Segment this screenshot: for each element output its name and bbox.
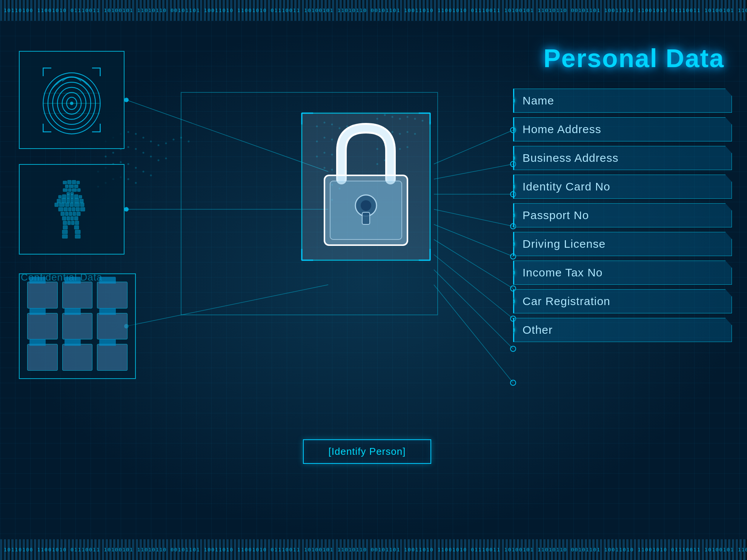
personal-data-list: Name Home Address Business Address Ident… <box>513 89 732 342</box>
svg-rect-118 <box>77 181 80 184</box>
svg-rect-133 <box>79 195 82 198</box>
svg-rect-170 <box>75 235 80 238</box>
svg-rect-115 <box>63 181 67 184</box>
fingerprint-icon <box>34 58 109 141</box>
svg-rect-124 <box>72 189 77 192</box>
svg-rect-166 <box>74 226 79 229</box>
svg-rect-117 <box>72 180 76 184</box>
svg-rect-147 <box>64 207 68 211</box>
svg-rect-129 <box>62 195 66 198</box>
svg-rect-153 <box>65 212 68 216</box>
svg-rect-148 <box>68 207 71 211</box>
svg-rect-175 <box>362 212 370 224</box>
svg-rect-141 <box>59 203 65 207</box>
svg-rect-130 <box>67 195 70 198</box>
svg-rect-143 <box>70 203 74 207</box>
svg-rect-156 <box>77 212 80 216</box>
svg-rect-162 <box>68 221 71 225</box>
svg-rect-167 <box>62 230 68 234</box>
svg-rect-152 <box>61 212 65 216</box>
svg-rect-137 <box>71 198 74 203</box>
data-item-name: Name <box>513 89 732 113</box>
svg-rect-123 <box>68 189 71 192</box>
fingerprint-panel <box>19 51 124 149</box>
svg-rect-168 <box>75 230 80 234</box>
folder-icon-2 <box>62 282 93 308</box>
folder-icon-3 <box>97 282 128 308</box>
folder-icon-5 <box>62 313 93 340</box>
data-item-identity-card-no: Identity Card No <box>513 175 732 199</box>
data-item-business-address: Business Address <box>513 146 732 170</box>
bottom-data-strip <box>0 539 747 560</box>
svg-rect-120 <box>69 185 74 188</box>
svg-rect-127 <box>71 192 74 195</box>
folder-icon-4 <box>27 313 58 340</box>
page-title: Personal Data <box>543 43 724 73</box>
lock-container <box>290 96 441 277</box>
person-panel <box>19 164 124 255</box>
top-data-strip <box>0 0 747 21</box>
svg-rect-158 <box>67 216 70 220</box>
data-item-home-address: Home Address <box>513 117 732 141</box>
folder-icon-6 <box>97 313 128 340</box>
data-item-car-registration: Car Registration <box>513 289 732 313</box>
svg-rect-116 <box>68 180 71 184</box>
svg-rect-169 <box>62 235 68 238</box>
svg-rect-161 <box>63 221 67 225</box>
svg-rect-119 <box>65 185 68 188</box>
svg-rect-157 <box>62 216 66 220</box>
svg-rect-149 <box>72 207 75 211</box>
data-item-driving-license: Driving License <box>513 232 732 256</box>
svg-rect-151 <box>80 207 85 211</box>
folder-icon-8 <box>62 344 93 371</box>
svg-rect-142 <box>65 203 69 207</box>
svg-rect-145 <box>80 203 84 207</box>
svg-rect-155 <box>73 212 76 216</box>
svg-rect-128 <box>58 195 61 198</box>
main-content: Personal Data <box>0 21 747 539</box>
data-item-income-tax-no: Income Tax No <box>513 261 732 285</box>
svg-rect-165 <box>63 226 68 229</box>
svg-rect-159 <box>71 216 74 220</box>
svg-rect-122 <box>63 189 68 192</box>
data-item-other: Other <box>513 318 732 342</box>
svg-rect-146 <box>58 207 63 211</box>
svg-rect-154 <box>69 212 72 216</box>
identify-person-button[interactable]: [Identify Person] <box>303 439 431 464</box>
svg-rect-164 <box>75 221 79 225</box>
files-panel <box>19 273 136 379</box>
folder-icon-1 <box>27 282 58 308</box>
svg-rect-132 <box>74 195 78 198</box>
svg-rect-131 <box>71 195 74 198</box>
svg-rect-163 <box>71 221 74 225</box>
svg-rect-135 <box>61 198 66 203</box>
svg-rect-121 <box>74 185 78 188</box>
svg-rect-139 <box>80 199 83 203</box>
padlock-icon <box>294 106 438 268</box>
folder-icon-7 <box>27 344 58 371</box>
svg-rect-126 <box>67 192 70 195</box>
svg-rect-150 <box>76 207 80 211</box>
svg-rect-140 <box>55 203 58 207</box>
svg-rect-144 <box>74 203 80 207</box>
folder-icon-9 <box>97 344 128 371</box>
data-item-passport-no: Passport No <box>513 203 732 227</box>
svg-rect-134 <box>57 199 61 203</box>
svg-rect-138 <box>74 198 79 203</box>
svg-rect-160 <box>74 216 78 220</box>
svg-rect-125 <box>77 189 80 192</box>
svg-rect-136 <box>67 198 70 203</box>
svg-point-176 <box>361 200 371 211</box>
person-silhouette-icon <box>43 177 100 241</box>
